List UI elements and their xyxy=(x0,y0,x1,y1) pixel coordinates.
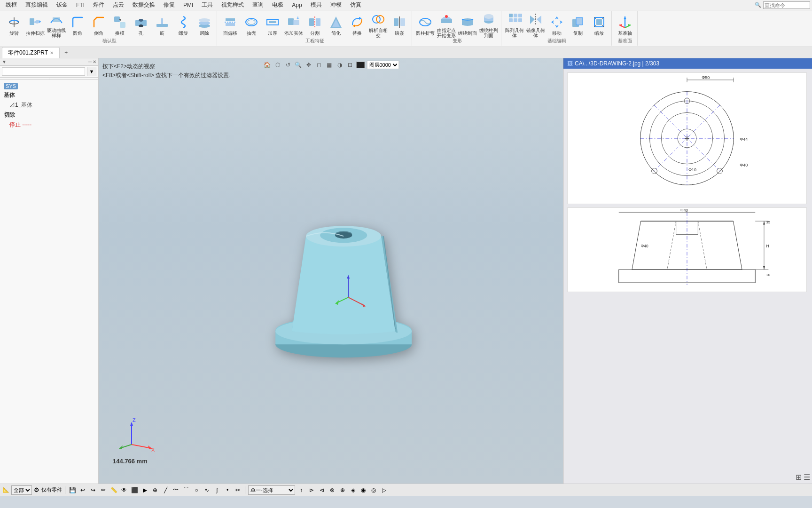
status-icon-point2[interactable]: ⊗ xyxy=(328,486,336,494)
sidebar-search-input[interactable] xyxy=(2,67,85,76)
arrayrow-button[interactable]: 阵列几何体 xyxy=(504,12,525,38)
status-icon-mid[interactable]: ◎ xyxy=(369,486,378,494)
thickwall-button[interactable]: 加厚 xyxy=(262,12,283,38)
menu-线框[interactable]: 线框 xyxy=(2,0,21,10)
rib-button[interactable]: 驱动曲线样样 xyxy=(46,12,67,38)
menu-App[interactable]: App xyxy=(288,1,305,9)
move-button[interactable]: 移动 xyxy=(547,12,567,38)
status-icon-stop[interactable]: ⬛ xyxy=(130,486,139,494)
replace2-button[interactable]: 替换 xyxy=(347,12,367,38)
select-mode-select[interactable]: 单一-选择 xyxy=(248,485,295,495)
sweep-button[interactable]: 拉伸扫掠 xyxy=(25,12,46,38)
faceshift-button[interactable]: 面偏移 xyxy=(220,12,241,38)
status-icon-check[interactable]: ⊕ xyxy=(151,486,159,494)
selfint-button[interactable]: 解析自相交 xyxy=(368,12,389,38)
tree-item-sys[interactable]: SYS xyxy=(2,82,96,90)
baseplane-button[interactable]: 基准轴 xyxy=(615,12,635,38)
status-icon-point[interactable]: • xyxy=(223,486,232,494)
addsolid-button[interactable]: + 添加实体 xyxy=(283,12,304,38)
fillet-button[interactable]: 圆角 xyxy=(67,12,88,38)
status-icon-left[interactable]: 📐 xyxy=(3,487,9,493)
status-icon-view[interactable]: 👁 xyxy=(120,486,128,494)
status-icon-cross[interactable]: ⊕ xyxy=(338,486,347,494)
tree-item-base1[interactable]: ⊿1_基体 xyxy=(2,100,96,110)
status-icon-last[interactable]: ▷ xyxy=(380,486,388,494)
status-icon-measure[interactable]: 📏 xyxy=(109,486,118,494)
layer-button[interactable]: 层除 xyxy=(194,12,215,38)
rotate-button[interactable]: 旋转 xyxy=(4,12,24,38)
status-icon-trim[interactable]: ✂ xyxy=(234,486,242,494)
view-display-button[interactable]: ◻ xyxy=(314,60,324,70)
menu-视觉样式[interactable]: 视觉样式 xyxy=(218,0,248,10)
status-icon-play[interactable]: ▶ xyxy=(141,486,149,494)
mirror-button[interactable]: 镶嵌 xyxy=(389,12,410,38)
menu-钣金[interactable]: 钣金 xyxy=(53,0,71,10)
wrapface-button[interactable]: 缠绕到面 xyxy=(457,12,478,38)
status-icon-line[interactable]: ╱ xyxy=(161,486,170,494)
rib2-button[interactable]: 筋 xyxy=(152,12,172,38)
split-button[interactable]: 分割 xyxy=(304,12,325,38)
mirrorbody-button[interactable]: 镜像几何体 xyxy=(525,12,546,38)
view-section-button[interactable]: ⊡ xyxy=(345,60,355,70)
tree-group-cut[interactable]: 切除 xyxy=(2,110,96,120)
menu-查询[interactable]: 查询 xyxy=(249,0,267,10)
status-icon-redo[interactable]: ↪ xyxy=(89,486,97,494)
status-icon-end[interactable]: ◉ xyxy=(359,486,367,494)
tab-close-icon[interactable]: ✕ xyxy=(50,50,54,56)
panel-grid-icon[interactable]: ⊞ xyxy=(796,473,802,482)
menu-电极[interactable]: 电极 xyxy=(268,0,287,10)
view-home-button[interactable]: 🏠 xyxy=(263,60,272,70)
sidebar-filter-button[interactable]: ▼ xyxy=(87,67,96,76)
status-icon-filter[interactable]: ⊳ xyxy=(307,486,316,494)
status-icon-gear[interactable]: ⚙ xyxy=(34,486,39,493)
menu-PMI[interactable]: PMI xyxy=(180,1,197,9)
replace-button[interactable]: 换模 xyxy=(109,12,130,38)
status-icon-snap[interactable]: ◈ xyxy=(349,486,357,494)
status-icon-arrow[interactable]: ↑ xyxy=(297,486,305,494)
menu-工具[interactable]: 工具 xyxy=(198,0,217,10)
sidebar-minimize-icon[interactable]: ─ xyxy=(88,59,92,64)
view-edge-button[interactable]: ▦ xyxy=(325,60,334,70)
status-icon-arc[interactable]: ⌒ xyxy=(182,486,190,494)
menu-冲模[interactable]: 冲模 xyxy=(327,0,345,10)
menu-直接编辑[interactable]: 直接编辑 xyxy=(22,0,52,10)
wrapcol-button[interactable]: 缠绕柱列到面 xyxy=(478,12,499,38)
tree-item-stop[interactable]: 停止 ----- xyxy=(2,120,96,130)
thicken-button[interactable]: 抽壳 xyxy=(241,12,262,38)
simplify-button[interactable]: 简化 xyxy=(326,12,346,38)
status-icon-spline[interactable]: ∫ xyxy=(213,486,221,494)
layer-select[interactable]: 图层0000 xyxy=(367,61,399,69)
sidebar-close-icon[interactable]: ✕ xyxy=(93,59,96,64)
scope-select[interactable]: 全部 xyxy=(11,485,32,495)
menu-修复[interactable]: 修复 xyxy=(160,0,179,10)
view-pan-button[interactable]: ✥ xyxy=(304,60,313,70)
menu-FTI[interactable]: FTI xyxy=(72,1,88,9)
trim-button[interactable]: 缩放 xyxy=(589,12,609,38)
tab-add-button[interactable]: + xyxy=(61,48,71,57)
view-light-button[interactable]: ◑ xyxy=(335,60,344,70)
view-color-button[interactable] xyxy=(357,62,365,68)
status-icon-curve[interactable]: 〜 xyxy=(172,486,180,494)
spring-button[interactable]: 螺旋 xyxy=(173,12,194,38)
menu-焊件[interactable]: 焊件 xyxy=(89,0,108,10)
status-icon-select2[interactable]: ⊲ xyxy=(318,486,326,494)
menu-模具[interactable]: 模具 xyxy=(307,0,326,10)
tab-part001[interactable]: 零件001.Z3PRT ✕ xyxy=(2,47,60,58)
status-icon-sketch[interactable]: ✏ xyxy=(99,486,108,494)
pointdeform-button[interactable]: 由指定点开始变形 xyxy=(436,12,457,38)
menu-点云[interactable]: 点云 xyxy=(109,0,128,10)
status-icon-circle[interactable]: ○ xyxy=(192,486,201,494)
hole-button[interactable]: 孔 xyxy=(131,12,151,38)
status-icon-wave[interactable]: ∿ xyxy=(203,486,211,494)
status-icon-undo[interactable]: ↩ xyxy=(78,486,87,494)
tree-group-base[interactable]: 基体 xyxy=(2,90,96,100)
menu-search-input[interactable] xyxy=(763,1,810,9)
menu-数据交换[interactable]: 数据交换 xyxy=(129,0,159,10)
menu-仿真[interactable]: 仿真 xyxy=(346,0,365,10)
cilfold-button[interactable]: 圆柱折弯 xyxy=(415,12,436,38)
panel-list-icon[interactable]: ☰ xyxy=(804,473,810,482)
view-zoom-button[interactable]: 🔍 xyxy=(294,60,303,70)
chamfer-button[interactable]: 倒角 xyxy=(88,12,109,38)
copy-button[interactable]: 复制 xyxy=(568,12,588,38)
view-front-button[interactable]: ⬡ xyxy=(273,60,282,70)
